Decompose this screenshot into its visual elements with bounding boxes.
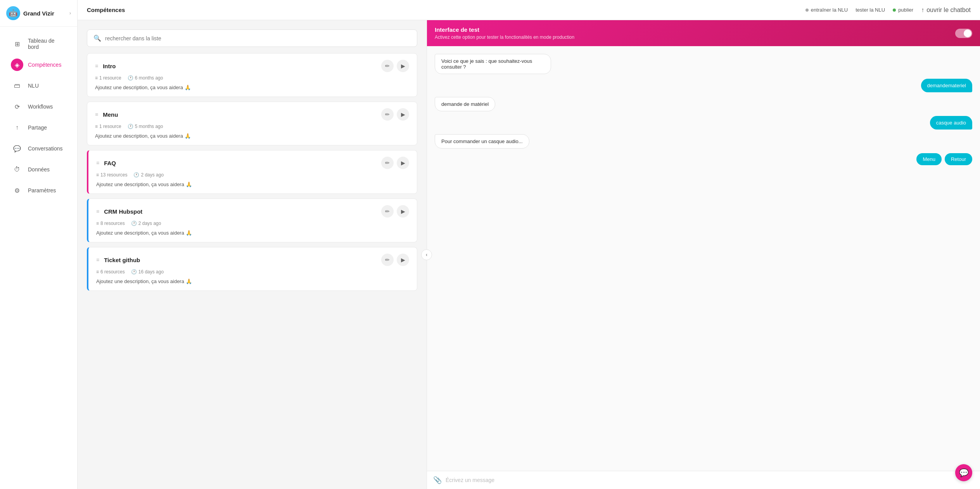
quick-reply-menu[interactable]: Menu bbox=[916, 153, 942, 165]
skill-header-crm: ≡ CRM Hubspot ✏ ▶ bbox=[96, 205, 409, 218]
skill-card-faq: ≡ FAQ ✏ ▶ ≡ 13 resources 🕐 2 da bbox=[87, 150, 417, 194]
chat-panel: Interface de test Activez cette option p… bbox=[427, 20, 980, 489]
skill-actions-crm: ✏ ▶ bbox=[381, 205, 409, 218]
test-nlu-action[interactable]: tester la NLU bbox=[856, 7, 885, 13]
clock-icon-faq: 🕐 bbox=[133, 172, 139, 178]
open-chatbot-action[interactable]: ↑ ouvrir le chatbot bbox=[921, 7, 971, 14]
upload-icon: ↑ bbox=[921, 7, 924, 14]
skill-resources-faq: ≡ 13 resources bbox=[96, 172, 127, 178]
chat-input-area: 📎 bbox=[427, 471, 980, 489]
test-nlu-label: tester la NLU bbox=[856, 7, 885, 13]
skill-card-ticket: ≡ Ticket github ✏ ▶ ≡ 6 resources 🕐 bbox=[87, 247, 417, 291]
chat-message-5: Pour commander un casque audio... bbox=[435, 134, 529, 149]
clock-icon-ticket: 🕐 bbox=[131, 269, 137, 275]
publish-label: publier bbox=[898, 7, 913, 13]
skill-resources-ticket: ≡ 6 resources bbox=[96, 269, 125, 275]
sidebar-item-partage[interactable]: ↑ Partage bbox=[3, 117, 74, 138]
chat-fab-button[interactable]: 💬 bbox=[955, 464, 972, 481]
sidebar-label-tableau: Tableau de bord bbox=[28, 38, 66, 50]
chat-banner-text: Interface de test Activez cette option p… bbox=[435, 26, 574, 40]
sidebar-item-donnees[interactable]: ⏱ Données bbox=[3, 159, 74, 180]
sidebar-item-nlu[interactable]: 🗃 NLU bbox=[3, 76, 74, 96]
skill-header-ticket: ≡ Ticket github ✏ ▶ bbox=[96, 254, 409, 266]
nlu-icon: 🗃 bbox=[11, 79, 23, 92]
workflows-icon: ⟳ bbox=[11, 100, 23, 113]
topbar: Compétences entraîner la NLU tester la N… bbox=[78, 0, 980, 20]
search-input[interactable] bbox=[105, 35, 411, 41]
competences-icon: ◈ bbox=[11, 59, 23, 71]
collapse-panel-button[interactable]: ‹ bbox=[421, 249, 432, 260]
edit-button-crm[interactable]: ✏ bbox=[381, 205, 394, 218]
edit-button-faq[interactable]: ✏ bbox=[381, 157, 394, 169]
chat-messages: Voici ce que je sais : que souhaitez-vou… bbox=[427, 46, 980, 471]
skill-desc-intro: Ajoutez une description, ça vous aidera … bbox=[95, 85, 409, 90]
main-content: Compétences entraîner la NLU tester la N… bbox=[78, 0, 980, 489]
sidebar-item-conversations[interactable]: 💬 Conversations bbox=[3, 138, 74, 159]
drag-handle-menu[interactable]: ≡ bbox=[95, 111, 98, 117]
bot-bubble-3: Pour commander un casque audio... bbox=[435, 134, 529, 149]
play-button-crm[interactable]: ▶ bbox=[397, 205, 409, 218]
play-button-faq[interactable]: ▶ bbox=[397, 157, 409, 169]
attach-icon[interactable]: 📎 bbox=[433, 476, 442, 484]
quick-reply-retour[interactable]: Retour bbox=[945, 153, 972, 165]
chat-input[interactable] bbox=[446, 477, 974, 483]
skill-desc-menu: Ajoutez une description, ça vous aidera … bbox=[95, 133, 409, 139]
resources-icon-menu: ≡ bbox=[95, 124, 98, 129]
skill-time-ticket: 🕐 16 days ago bbox=[131, 269, 164, 275]
parametres-icon: ⚙ bbox=[11, 184, 23, 197]
train-nlu-action[interactable]: entraîner la NLU bbox=[805, 7, 848, 13]
app-logo: 🤖 bbox=[6, 6, 20, 20]
edit-button-intro[interactable]: ✏ bbox=[381, 60, 394, 72]
skill-card-crm: ≡ CRM Hubspot ✏ ▶ ≡ 8 resources 🕐 bbox=[87, 199, 417, 242]
sidebar-label-competences: Compétences bbox=[28, 62, 61, 68]
sidebar-label-conversations: Conversations bbox=[28, 145, 63, 152]
chat-quick-replies: Menu Retour bbox=[916, 153, 972, 165]
skill-resources-menu: ≡ 1 resource bbox=[95, 124, 121, 129]
bot-bubble-1: Voici ce que je sais : que souhaitez-vou… bbox=[435, 54, 551, 74]
open-chatbot-label: ouvrir le chatbot bbox=[926, 7, 971, 14]
skill-left-crm: ≡ CRM Hubspot bbox=[96, 208, 142, 215]
drag-handle-intro[interactable]: ≡ bbox=[95, 63, 98, 69]
chat-message-1: Voici ce que je sais : que souhaitez-vou… bbox=[435, 54, 551, 74]
app-header[interactable]: 🤖 Grand Vizir › bbox=[0, 0, 77, 27]
skills-panel: 🔍 ≡ Intro ✏ ▶ ≡ bbox=[78, 20, 427, 489]
sidebar-label-donnees: Données bbox=[28, 166, 50, 173]
drag-handle-faq[interactable]: ≡ bbox=[96, 160, 99, 166]
sidebar-label-workflows: Workflows bbox=[28, 104, 53, 110]
publish-action[interactable]: publier bbox=[893, 7, 913, 13]
skill-name-menu: Menu bbox=[103, 111, 118, 118]
sidebar-item-tableau-de-bord[interactable]: ⊞ Tableau de bord bbox=[3, 34, 74, 54]
sidebar-item-parametres[interactable]: ⚙ Paramètres bbox=[3, 180, 74, 200]
skill-desc-faq: Ajoutez une description, ça vous aidera … bbox=[96, 181, 409, 187]
skill-actions-ticket: ✏ ▶ bbox=[381, 254, 409, 266]
sidebar-item-workflows[interactable]: ⟳ Workflows bbox=[3, 97, 74, 117]
chat-message-2: demandemateriel bbox=[921, 79, 972, 92]
skill-name-intro: Intro bbox=[103, 63, 116, 69]
skill-time-faq: 🕐 2 days ago bbox=[133, 172, 164, 178]
skill-time-crm: 🕐 2 days ago bbox=[131, 221, 161, 226]
chat-message-3: demande de matériel bbox=[435, 97, 495, 111]
bot-bubble-2: demande de matériel bbox=[435, 97, 495, 111]
sidebar-label-partage: Partage bbox=[28, 124, 47, 131]
play-button-ticket[interactable]: ▶ bbox=[397, 254, 409, 266]
drag-handle-crm[interactable]: ≡ bbox=[96, 208, 99, 214]
chat-message-4: casque audio bbox=[930, 116, 972, 130]
sidebar-label-nlu: NLU bbox=[28, 83, 39, 89]
skill-card-menu: ≡ Menu ✏ ▶ ≡ 1 resource 🕐 5 mon bbox=[87, 102, 417, 145]
test-mode-toggle[interactable] bbox=[955, 29, 972, 38]
resources-icon-faq: ≡ bbox=[96, 172, 99, 178]
skill-desc-ticket: Ajoutez une description, ça vous aidera … bbox=[96, 278, 409, 284]
donnees-icon: ⏱ bbox=[11, 163, 23, 176]
skill-left-ticket: ≡ Ticket github bbox=[96, 257, 140, 263]
sidebar-item-competences[interactable]: ◈ Compétences bbox=[3, 55, 74, 75]
edit-button-menu[interactable]: ✏ bbox=[381, 108, 394, 121]
edit-button-ticket[interactable]: ✏ bbox=[381, 254, 394, 266]
drag-handle-ticket[interactable]: ≡ bbox=[96, 257, 99, 263]
resources-icon-intro: ≡ bbox=[95, 75, 98, 81]
app-chevron: › bbox=[69, 10, 71, 16]
search-bar[interactable]: 🔍 bbox=[87, 29, 417, 47]
skill-resources-crm: ≡ 8 resources bbox=[96, 221, 125, 226]
play-button-intro[interactable]: ▶ bbox=[397, 60, 409, 72]
play-button-menu[interactable]: ▶ bbox=[397, 108, 409, 121]
skill-desc-crm: Ajoutez une description, ça vous aidera … bbox=[96, 230, 409, 236]
